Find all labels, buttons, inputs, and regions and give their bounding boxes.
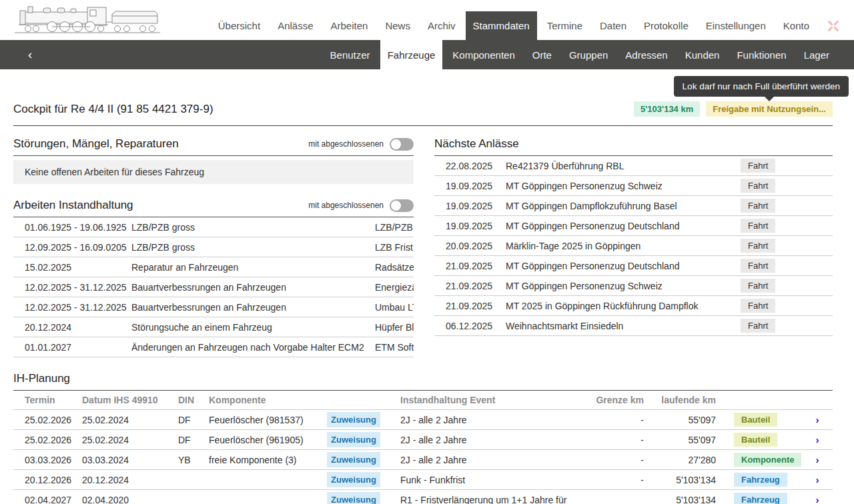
nav-termine[interactable]: Termine: [540, 11, 590, 40]
ih-row[interactable]: 20.12.2026 20.12.2024 Zuweisung Funk - F…: [13, 470, 833, 490]
row-period: 12.02.2025 - 31.12.2025: [25, 282, 131, 293]
zuweisung-button[interactable]: Zuweisung: [327, 412, 380, 427]
row-detail: LZB/PZB: [375, 222, 414, 233]
type-badge: Komponente: [734, 453, 801, 467]
title-divider: [13, 125, 833, 126]
ih-datum: 25.02.2024: [82, 415, 178, 425]
section-title-events: Nächste Anlässe: [434, 137, 519, 151]
fahrt-badge[interactable]: Fahrt: [741, 259, 775, 273]
chevron-right-icon[interactable]: ›: [802, 494, 833, 504]
chevron-right-icon[interactable]: ›: [802, 474, 833, 485]
event-date: 19.09.2025: [446, 181, 506, 191]
section-title-faults: Störungen, Mängel, Reparaturen: [13, 137, 179, 151]
subnav-funktionen[interactable]: Funktionen: [729, 40, 793, 69]
section-title-maintenance: Arbeiten Instandhaltung: [13, 199, 133, 212]
table-row[interactable]: 15.02.2025 Reparatur an Fahrzeugen Radsä…: [13, 257, 414, 277]
fahrt-badge[interactable]: Fahrt: [741, 199, 775, 213]
ih-grenze: -: [574, 435, 644, 445]
event-row[interactable]: 21.09.2025 MT 2025 in Göppingen Rückführ…: [434, 296, 833, 316]
ih-table-header: Termin Datum IHS 49910 DIN Komponente In…: [13, 391, 833, 410]
fullscreen-icon[interactable]: [819, 11, 847, 40]
chevron-right-icon[interactable]: ›: [802, 454, 833, 465]
ih-row[interactable]: 03.03.2026 03.03.2024 YB freie Komponent…: [13, 450, 833, 470]
release-status-badge[interactable]: Freigabe mit Nutzungsein...: [706, 101, 833, 117]
nav-anlaesse[interactable]: Anlässe: [270, 11, 320, 40]
empty-message: Keine offenen Arbeiten für dieses Fahrze…: [13, 160, 414, 184]
nav-einstellungen[interactable]: Einstellungen: [699, 11, 773, 40]
row-period: 01.06.1925 - 19.06.1925: [25, 222, 131, 233]
row-detail: Energiezä: [375, 282, 414, 293]
subnav-komponenten[interactable]: Komponenten: [445, 40, 522, 69]
table-row[interactable]: 20.12.2024 Störungsuche an einem Fahrzeu…: [13, 317, 414, 337]
subnav-gruppen[interactable]: Gruppen: [562, 40, 615, 69]
event-row[interactable]: 21.09.2025 MT Göppingen Personenzug Schw…: [434, 276, 833, 296]
subnav-fahrzeuge[interactable]: Fahrzeuge: [380, 40, 443, 69]
table-row[interactable]: 01.01.2027 Änderungen an Fahrzeugen nach…: [13, 337, 414, 357]
nav-stammdaten[interactable]: Stammdaten: [466, 11, 537, 40]
event-row[interactable]: 22.08.2025 Re421379 Überführung RBL Fahr…: [434, 156, 833, 176]
ih-termin: 20.12.2026: [25, 475, 82, 485]
nav-konto[interactable]: Konto: [776, 11, 817, 40]
fahrt-badge[interactable]: Fahrt: [741, 219, 775, 233]
fahrt-badge[interactable]: Fahrt: [741, 299, 775, 313]
subnav-benutzer[interactable]: Benutzer: [323, 40, 378, 69]
section-title-ih-planung: IH-Planung: [13, 372, 70, 385]
completed-toggle[interactable]: [390, 199, 414, 212]
event-row[interactable]: 19.09.2025 MT Göppingen Dampflokzuführun…: [434, 196, 833, 216]
fahrt-badge[interactable]: Fahrt: [741, 319, 775, 333]
event-row[interactable]: 20.09.2025 Märklin-Tage 2025 in Göppinge…: [434, 236, 833, 256]
row-detail: Umbau LT: [375, 302, 414, 313]
zuweisung-button[interactable]: Zuweisung: [327, 432, 380, 447]
tooltip: Lok darf nur nach Full überführt werden: [674, 76, 849, 97]
row-task: Bauartverbessrungen an Fahrzeugen: [131, 282, 375, 293]
event-date: 21.09.2025: [446, 281, 506, 291]
ih-laufend: 55'097: [644, 415, 716, 425]
event-title: MT Göppingen Personenzug Deutschland: [506, 261, 741, 271]
nav-archiv[interactable]: Archiv: [420, 11, 463, 40]
ih-grenze: -: [574, 415, 644, 425]
event-row[interactable]: 19.09.2025 MT Göppingen Personenzug Schw…: [434, 176, 833, 196]
zuweisung-button[interactable]: Zuweisung: [327, 472, 380, 487]
ih-row[interactable]: 02.04.2027 02.04.2020 Zuweisung R1 - Fri…: [13, 490, 833, 504]
event-row[interactable]: 19.09.2025 MT Göppingen Personenzug Deut…: [434, 216, 833, 236]
fahrt-badge[interactable]: Fahrt: [741, 239, 775, 253]
subnav-orte[interactable]: Orte: [525, 40, 559, 69]
col-termin: Termin: [25, 395, 82, 405]
ih-komponente: freie Komponente (3): [209, 455, 327, 465]
subnav-kunden[interactable]: Kunden: [678, 40, 727, 69]
toggle-label: mit abgeschlossenen: [308, 201, 384, 210]
completed-toggle[interactable]: [390, 138, 414, 151]
row-task: Störungsuche an einem Fahrzeug: [131, 322, 375, 333]
chevron-right-icon[interactable]: ›: [802, 434, 833, 445]
fahrt-badge[interactable]: Fahrt: [741, 159, 775, 173]
subnav-adressen[interactable]: Adressen: [618, 40, 675, 69]
ih-din: YB: [178, 455, 209, 465]
toggle-label: mit abgeschlossenen: [308, 139, 384, 149]
nav-uebersicht[interactable]: Übersicht: [211, 11, 268, 40]
event-row[interactable]: 21.09.2025 MT Göppingen Personenzug Deut…: [434, 256, 833, 276]
fahrt-badge[interactable]: Fahrt: [741, 179, 775, 193]
ih-row[interactable]: 25.02.2026 25.02.2024 DF Feuerlöscher (9…: [13, 410, 833, 430]
row-task: LZB/PZB gross: [131, 242, 375, 253]
zuweisung-button[interactable]: Zuweisung: [327, 492, 380, 504]
back-chevron-icon[interactable]: ‹: [23, 40, 37, 69]
event-date: 22.08.2025: [446, 161, 506, 171]
section-divider: [13, 155, 414, 156]
event-title: MT Göppingen Dampflokzuführung Basel: [506, 201, 741, 211]
zuweisung-button[interactable]: Zuweisung: [327, 452, 380, 467]
table-row[interactable]: 12.02.2025 - 31.12.2025 Bauartverbessrun…: [13, 297, 414, 317]
table-row[interactable]: 12.02.2025 - 31.12.2025 Bauartverbessrun…: [13, 277, 414, 297]
subnav-lager[interactable]: Lager: [797, 40, 837, 69]
nav-news[interactable]: News: [378, 11, 418, 40]
event-row[interactable]: 06.12.2025 Weihnachtsmarkt Einsiedeln Fa…: [434, 316, 833, 336]
table-row[interactable]: 01.06.1925 - 19.06.1925 LZB/PZB gross LZ…: [13, 217, 414, 237]
event-title: MT Göppingen Personenzug Schweiz: [506, 181, 741, 191]
ih-row[interactable]: 25.02.2026 25.02.2024 DF Feuerlöscher (9…: [13, 430, 833, 450]
nav-protokolle[interactable]: Protokolle: [636, 11, 696, 40]
nav-daten[interactable]: Daten: [592, 11, 634, 40]
fahrt-badge[interactable]: Fahrt: [741, 279, 775, 293]
nav-arbeiten[interactable]: Arbeiten: [324, 11, 376, 40]
sub-nav-items: Benutzer Fahrzeuge Komponenten Orte Grup…: [323, 40, 837, 69]
table-row[interactable]: 12.09.2025 - 16.09.0205 LZB/PZB gross LZ…: [13, 237, 414, 257]
chevron-right-icon[interactable]: ›: [802, 414, 833, 425]
